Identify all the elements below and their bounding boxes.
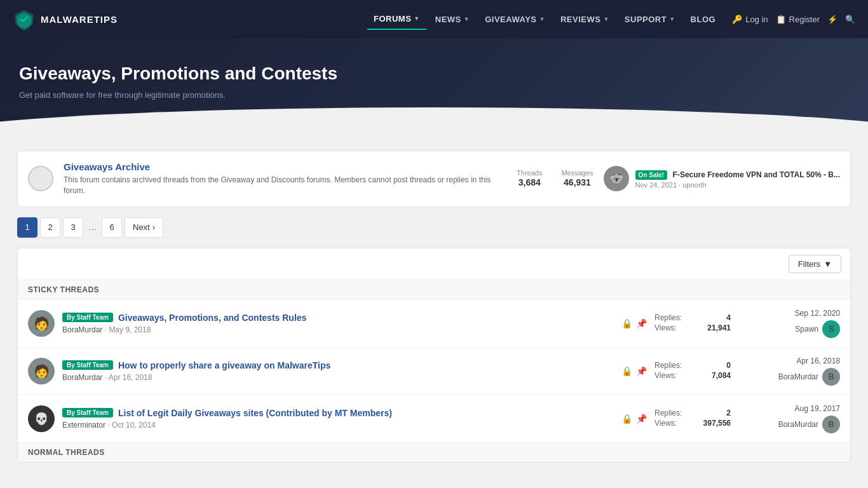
header-nav: MALWARETIPS FORUMS ▼ NEWS ▼ GIVEAWAYS ▼	[0, 0, 868, 38]
thread-title-link-1[interactable]: Giveaways, Promotions, and Contests Rule…	[118, 313, 306, 323]
thread-author-link-2[interactable]: BoraMurdar	[62, 373, 102, 382]
nav-item-reviews[interactable]: REVIEWS ▼	[554, 10, 616, 29]
thread-last-user-3: BoraMurdar B	[738, 416, 840, 433]
nav-link-support[interactable]: SUPPORT ▼	[618, 10, 682, 29]
last-user-avatar-2: B	[822, 368, 840, 386]
giveaways-dropdown-arrow: ▼	[539, 16, 545, 22]
lock-icon: 🔒	[621, 366, 632, 376]
logo-area[interactable]: MALWARETIPS	[13, 8, 118, 30]
filter-dropdown-arrow: ▼	[824, 259, 832, 269]
thread-title-row-3: By Staff Team List of Legit Daily Giveaw…	[62, 408, 614, 418]
pagination: 1 2 3 … 6 Next ›	[17, 217, 851, 238]
thread-stats-2: Replies: 0 Views: 7,084	[654, 361, 731, 381]
support-dropdown-arrow: ▼	[669, 16, 675, 22]
nav-link-blog[interactable]: BLOG	[684, 10, 722, 29]
latest-post-avatar: 🐨	[604, 166, 629, 191]
latest-post-title[interactable]: F-Secure Freedome VPN and TOTAL 50% - B.…	[673, 170, 840, 179]
thread-author-link-1[interactable]: BoraMurdar	[62, 325, 102, 334]
sticky-threads-header: Sticky threads	[18, 280, 850, 300]
last-user-avatar-3: B	[822, 416, 840, 433]
lock-icon: 🔒	[621, 414, 632, 424]
staff-badge-2: By Staff Team	[62, 360, 113, 370]
threads-panel: Filters ▼ Sticky threads 🧑 By Staff Team…	[17, 248, 851, 463]
thread-meta-3: Exterminator · Oct 10, 2014	[62, 421, 614, 430]
latest-post-meta: Nov 24, 2021 · upnorth	[635, 181, 840, 189]
thread-last-date-1: Sep 12, 2020	[738, 309, 840, 318]
thread-views-row-1: Views: 21,941	[654, 323, 731, 332]
page-btn-1[interactable]: 1	[17, 217, 37, 238]
forum-latest: 🐨 On Sale! F-Secure Freedome VPN and TOT…	[604, 166, 840, 191]
forum-archive-link[interactable]: Giveaways Archive	[64, 161, 506, 172]
thread-row: 💀 By Staff Team List of Legit Daily Give…	[18, 395, 850, 443]
latest-post-badge: On Sale!	[635, 170, 668, 180]
nav-link-forums[interactable]: FORUMS ▼	[367, 9, 426, 30]
thread-stats-1: Replies: 4 Views: 21,941	[654, 313, 731, 334]
thread-author-avatar-3: 💀	[28, 405, 55, 432]
nav-links-list: FORUMS ▼ NEWS ▼ GIVEAWAYS ▼ REVIEWS	[367, 9, 722, 30]
nav-item-forums[interactable]: FORUMS ▼	[367, 9, 426, 30]
login-button[interactable]: 🔑 Log in	[732, 15, 768, 24]
forums-dropdown-arrow: ▼	[414, 15, 419, 22]
thread-last-user-1: Spawn S	[738, 320, 840, 338]
last-user-avatar-1: S	[822, 320, 840, 338]
thread-title-row-1: By Staff Team Giveaways, Promotions, and…	[62, 313, 614, 323]
thread-title-link-2[interactable]: How to properly share a giveaway on Malw…	[118, 360, 330, 370]
lock-icon: 🔒	[621, 318, 632, 329]
thread-author-link-3[interactable]: Exterminator	[62, 421, 105, 430]
staff-badge-3: By Staff Team	[62, 408, 113, 417]
page-btn-2[interactable]: 2	[40, 217, 60, 238]
thread-meta-2: BoraMurdar · Apr 16, 2018	[62, 373, 614, 382]
page-btn-3[interactable]: 3	[63, 217, 83, 238]
nav-link-reviews[interactable]: REVIEWS ▼	[554, 10, 616, 29]
threads-label: Threads	[517, 169, 542, 177]
forum-info: Giveaways Archive This forum contains ar…	[64, 161, 506, 196]
thread-replies-row-3: Replies: 2	[654, 409, 731, 417]
last-username-1: Spawn	[795, 325, 818, 334]
staff-badge-1: By Staff Team	[62, 313, 113, 322]
nav-item-blog[interactable]: BLOG	[684, 10, 722, 29]
nav-item-news[interactable]: NEWS ▼	[429, 10, 476, 29]
messages-label: Messages	[561, 169, 593, 177]
thread-title-link-3[interactable]: List of Legit Daily Giveaways sites (Con…	[118, 408, 392, 418]
pin-icon: 📌	[636, 318, 647, 329]
register-button[interactable]: 📋 Register	[776, 15, 820, 24]
page-subtitle: Get paid software for free through legit…	[19, 90, 849, 100]
normal-threads-header: Normal threads	[18, 443, 850, 462]
key-icon: 🔑	[732, 15, 742, 24]
threads-value: 3,684	[519, 177, 541, 187]
clipboard-icon: 📋	[776, 15, 786, 24]
forum-messages-stat: Messages 46,931	[561, 169, 593, 188]
search-button[interactable]: 🔍	[845, 15, 855, 24]
page-title: Giveaways, Promotions and Contests	[19, 64, 849, 84]
thread-icons-1: 🔒 📌	[621, 318, 647, 329]
latest-post-info: On Sale! F-Secure Freedome VPN and TOTAL…	[635, 168, 840, 189]
reviews-dropdown-arrow: ▼	[603, 16, 609, 22]
thread-meta-1: BoraMurdar · May 9, 2018	[62, 325, 614, 334]
nav-item-giveaways[interactable]: GIVEAWAYS ▼	[478, 10, 552, 29]
next-page-button[interactable]: Next ›	[125, 217, 163, 238]
filters-button[interactable]: Filters ▼	[789, 255, 841, 273]
page-btn-6[interactable]: 6	[102, 217, 122, 238]
nav-link-news[interactable]: NEWS ▼	[429, 10, 476, 29]
thread-last-1: Sep 12, 2020 Spawn S	[738, 309, 840, 338]
main-navigation: MALWARETIPS FORUMS ▼ NEWS ▼ GIVEAWAYS ▼	[0, 0, 868, 38]
news-dropdown-arrow: ▼	[464, 16, 470, 22]
thread-row: 🧑 By Staff Team How to properly share a …	[18, 348, 850, 395]
thread-icons-2: 🔒 📌	[621, 366, 647, 376]
chevron-right-icon: ›	[153, 222, 155, 232]
thread-last-user-2: BoraMurdar B	[738, 368, 840, 386]
forum-threads-stat: Threads 3,684	[517, 169, 542, 188]
nav-link-giveaways[interactable]: GIVEAWAYS ▼	[478, 10, 552, 29]
threads-toolbar: Filters ▼	[18, 248, 850, 280]
nav-item-support[interactable]: SUPPORT ▼	[618, 10, 682, 29]
lightning-icon: ⚡	[827, 15, 837, 24]
thread-title-row-2: By Staff Team How to properly share a gi…	[62, 360, 614, 370]
thread-last-date-3: Aug 19, 2017	[738, 404, 840, 413]
flash-button[interactable]: ⚡	[827, 15, 837, 24]
logo-icon	[13, 8, 36, 30]
nav-actions: 🔑 Log in 📋 Register ⚡ 🔍	[732, 15, 855, 24]
thread-info-1: By Staff Team Giveaways, Promotions, and…	[62, 313, 614, 334]
hero-section: Giveaways, Promotions and Contests Get p…	[0, 38, 868, 138]
thread-stats-3: Replies: 2 Views: 397,556	[654, 409, 731, 429]
page-ellipsis: …	[86, 222, 99, 232]
